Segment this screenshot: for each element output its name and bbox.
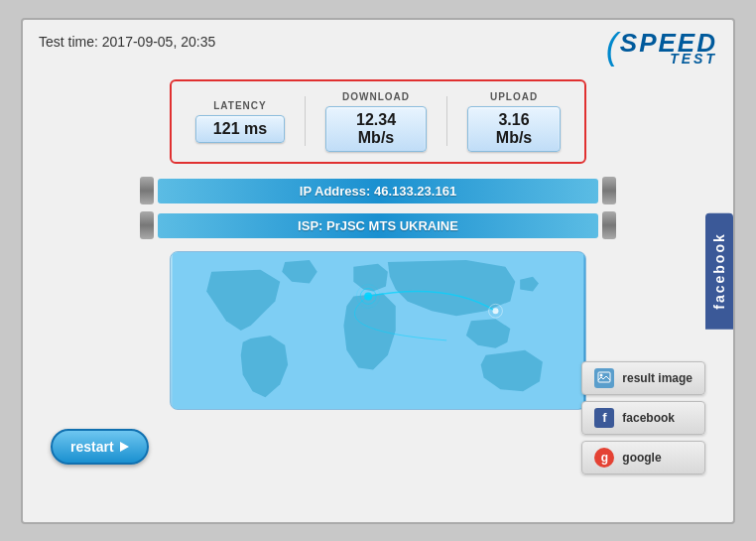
latency-label: LATENCY [213, 100, 266, 111]
logo-test-text: TEST [670, 52, 717, 66]
logo-arc-icon: ( [606, 33, 618, 62]
main-content: LATENCY 121 ms DOWNLOAD 12.34 Mb/s UPLOA… [23, 71, 733, 522]
svg-point-1 [364, 292, 372, 300]
upload-metric: UPLOAD 3.16 Mb/s [467, 91, 561, 152]
google-button[interactable]: g google [581, 441, 705, 474]
main-window: Test time: 2017-09-05, 20:35 ( SPEED TES… [21, 18, 735, 524]
upload-value: 3.16 Mb/s [467, 106, 561, 152]
world-map [170, 251, 586, 410]
upload-label: UPLOAD [490, 91, 538, 102]
isp-bar: ISP: PrJSC MTS UKRAINE [158, 213, 598, 238]
result-image-button[interactable]: result image [581, 361, 705, 395]
results-box: LATENCY 121 ms DOWNLOAD 12.34 Mb/s UPLOA… [170, 79, 586, 164]
google-icon: g [594, 448, 614, 468]
facebook-icon: f [594, 408, 614, 428]
play-icon [120, 442, 129, 452]
logo: ( SPEED TEST [606, 30, 717, 66]
facebook-side-tab[interactable]: facebook [705, 212, 733, 329]
download-metric: DOWNLOAD 12.34 Mb/s [325, 91, 427, 152]
facebook-button[interactable]: f facebook [581, 401, 705, 435]
svg-point-4 [493, 308, 499, 314]
isp-bar-wrapper: ISP: PrJSC MTS UKRAINE [140, 210, 616, 241]
ip-bar-wrapper: IP Address: 46.133.23.161 [140, 176, 616, 206]
ip-bar-handle-left [140, 177, 154, 204]
download-label: DOWNLOAD [342, 91, 410, 102]
test-time-label: Test time: 2017-09-05, 20:35 [39, 30, 215, 50]
isp-bar-handle-right [602, 211, 616, 239]
divider-2 [446, 96, 447, 146]
svg-point-7 [600, 373, 603, 376]
google-label: google [622, 451, 661, 465]
latency-metric: LATENCY 121 ms [195, 100, 285, 143]
ip-address-bar: IP Address: 46.133.23.161 [158, 179, 598, 203]
side-actions: result image f facebook g google [581, 361, 705, 474]
divider-1 [305, 96, 306, 146]
ip-bar-handle-right [602, 177, 616, 204]
restart-button[interactable]: restart [51, 429, 149, 465]
download-value: 12.34 Mb/s [325, 106, 427, 152]
facebook-label: facebook [622, 411, 675, 425]
result-image-icon [594, 368, 614, 388]
svg-rect-6 [598, 372, 610, 382]
header: Test time: 2017-09-05, 20:35 ( SPEED TES… [23, 20, 733, 71]
isp-bar-handle-left [140, 211, 154, 239]
latency-value: 121 ms [195, 115, 285, 143]
result-image-label: result image [622, 371, 693, 385]
restart-label: restart [70, 439, 114, 455]
